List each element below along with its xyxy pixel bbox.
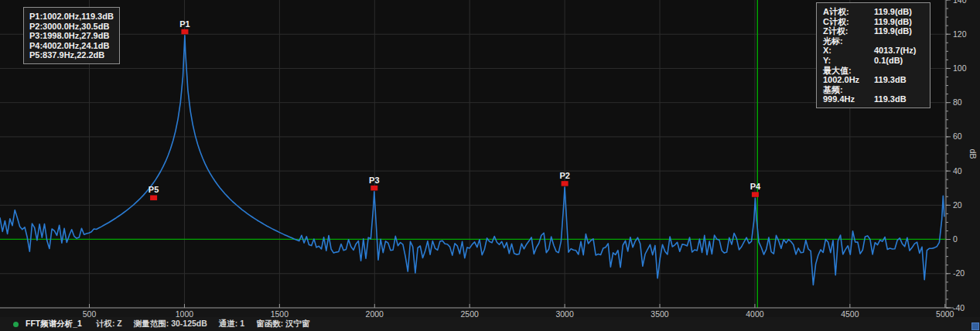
peak-readout-line: P1:1002.0Hz,119.3dB: [29, 12, 114, 22]
status-bar: FFT频谱分析_1 计权: Z测量范围: 30-125dB通道: 1窗函数: 汉…: [0, 317, 980, 331]
measure-label: 1002.0Hz: [823, 75, 874, 85]
y-tick-label: 60: [953, 131, 962, 141]
y-tick-label: 0: [953, 234, 958, 244]
measure-row: 基频:: [823, 85, 925, 95]
status-item: 计权: Z: [96, 319, 122, 328]
peak-marker-p3: [370, 186, 377, 191]
peak-readout-line: P3:1998.0Hz,27.9dB: [29, 31, 114, 41]
measure-row: Y:0.1(dB): [823, 56, 925, 66]
y-tick-label: -20: [953, 268, 965, 278]
peak-label-p3: P3: [369, 176, 379, 185]
status-item: 测量范围: 30-125dB: [134, 319, 207, 328]
y-axis-unit-label: dB: [968, 149, 978, 159]
y-tick-label: -40: [953, 303, 965, 312]
measure-value: [874, 66, 925, 76]
measure-row: 最大值:: [823, 66, 925, 76]
status-title: FFT频谱分析_1: [26, 319, 82, 329]
measure-value: [874, 85, 925, 95]
measure-label: 光标:: [823, 36, 874, 46]
peak-readout-line: P2:3000.0Hz,30.5dB: [29, 22, 114, 32]
status-item: 窗函数: 汉宁窗: [256, 319, 309, 328]
measure-value: 119.9(dB): [874, 7, 925, 17]
y-tick-label: 20: [953, 200, 962, 210]
measure-label: 基频:: [823, 85, 874, 95]
measure-value: 119.9(dB): [874, 26, 925, 36]
measure-value: 0.1(dB): [874, 56, 925, 66]
y-tick-label: 120: [953, 29, 967, 39]
peak-marker-p2: [562, 181, 569, 186]
channel-status-icon: [13, 322, 19, 327]
y-tick-label: 40: [953, 166, 962, 176]
measure-row: C计权:119.9(dB): [823, 17, 925, 27]
measurement-panel: A计权:119.9(dB)C计权:119.9(dB)Z计权:119.9(dB)光…: [816, 2, 930, 108]
peak-readout-line: P4:4002.0Hz,24.1dB: [29, 41, 114, 51]
measure-label: Y:: [823, 56, 874, 66]
peak-marker-p5: [150, 195, 157, 200]
measure-row: X:4013.7(Hz): [823, 46, 925, 56]
measure-row: A计权:119.9(dB): [823, 7, 925, 17]
measure-value: 4013.7(Hz): [874, 46, 925, 56]
peak-label-p1: P1: [179, 19, 190, 29]
measure-label: A计权:: [823, 7, 874, 17]
peak-label-p4: P4: [750, 182, 761, 191]
measure-value: 119.3dB: [874, 75, 925, 85]
measure-label: X:: [823, 46, 874, 56]
measure-value: 119.9(dB): [874, 17, 925, 27]
measure-row: 999.4Hz119.3dB: [823, 94, 925, 104]
peak-marker-p1: [181, 29, 188, 35]
status-item: 通道: 1: [219, 319, 244, 328]
measure-row: 光标:: [823, 36, 925, 46]
measure-label: 999.4Hz: [823, 94, 874, 104]
y-tick-label: 80: [953, 97, 962, 107]
plot-area[interactable]: [0, 0, 946, 308]
measure-label: Z计权:: [823, 26, 874, 36]
measure-value: [874, 36, 925, 46]
measure-row: 1002.0Hz119.3dB: [823, 75, 925, 85]
peak-label-p2: P2: [559, 171, 569, 180]
resize-grip[interactable]: [971, 322, 979, 330]
status-items: 计权: Z测量范围: 30-125dB通道: 1窗函数: 汉宁窗: [96, 319, 322, 329]
fft-analyzer-window: P1P2P3P4P5500100015002000250030003500400…: [0, 0, 980, 331]
y-tick-label: 140: [953, 0, 967, 5]
y-tick-label: 100: [953, 63, 967, 73]
measure-label: C计权:: [823, 17, 874, 27]
peak-marker-p4: [752, 192, 759, 197]
peak-readout-line: P5:837.9Hz,22.2dB: [29, 50, 114, 60]
measure-label: 最大值:: [823, 66, 874, 76]
measure-row: Z计权:119.9(dB): [823, 26, 925, 36]
peak-readout-box: P1:1002.0Hz,119.3dBP2:3000.0Hz,30.5dBP3:…: [23, 7, 120, 64]
measure-value: 119.3dB: [874, 94, 925, 104]
peak-label-p5: P5: [149, 185, 159, 194]
